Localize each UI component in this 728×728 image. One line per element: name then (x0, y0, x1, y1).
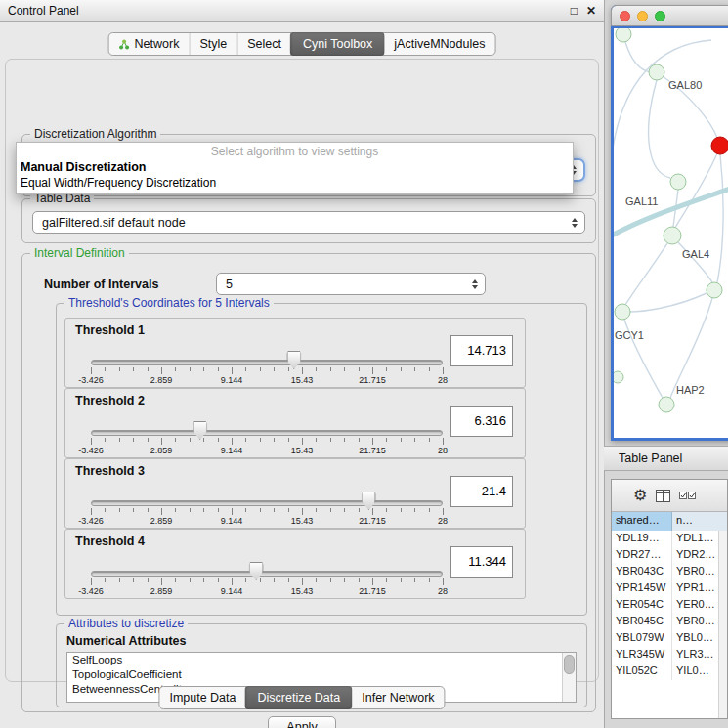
table-row[interactable]: YBR043CYBR0… (612, 564, 719, 580)
tab-style[interactable]: Style (189, 33, 236, 55)
threshold-slider[interactable]: -3.4262.8599.14415.4321.71528 (91, 354, 443, 385)
tab-impute-data[interactable]: Impute Data (159, 687, 245, 708)
table-row[interactable]: YPR145WYPR1… (612, 580, 719, 597)
zoom-traffic-light-icon[interactable] (655, 11, 665, 21)
select-columns-icon[interactable] (679, 492, 696, 499)
network-node[interactable] (616, 28, 631, 42)
table-cell[interactable]: YDR2… (672, 547, 719, 564)
table-scrollbar[interactable] (718, 531, 727, 718)
table-cell[interactable]: YBR0… (672, 564, 719, 580)
network-node[interactable] (664, 227, 681, 244)
list-scrollbar[interactable] (562, 653, 576, 702)
network-node[interactable] (670, 174, 686, 190)
tick-mark (414, 438, 415, 442)
threshold-value-field[interactable]: 14.713 (450, 335, 513, 366)
network-node[interactable] (659, 397, 674, 412)
network-node[interactable] (707, 282, 722, 298)
network-node[interactable] (649, 64, 664, 80)
tab-discretize-data[interactable]: Discretize Data (245, 686, 353, 709)
close-icon[interactable]: ✕ (586, 4, 596, 18)
network-edge[interactable] (717, 154, 723, 282)
table-panel-titlebar: Table Panel (604, 446, 728, 471)
table-cell[interactable]: YBL0… (672, 630, 719, 647)
settings-gear-icon[interactable]: ⚙ (633, 488, 647, 503)
tick-mark (105, 508, 106, 512)
table-cell[interactable]: YIL0… (672, 664, 719, 680)
threshold-value-field[interactable]: 11.344 (450, 546, 513, 578)
table-cell[interactable]: YER054C (612, 597, 672, 614)
table-cell[interactable]: YBR0… (672, 614, 719, 630)
close-traffic-light-icon[interactable] (620, 11, 630, 21)
table-row[interactable]: YIL052CYIL0… (612, 664, 719, 680)
network-edge[interactable] (675, 153, 717, 228)
column-header-name[interactable]: n… (672, 512, 727, 531)
columns-icon[interactable] (656, 490, 670, 502)
network-edge[interactable] (625, 42, 651, 72)
column-header-shared-name[interactable]: shared… (612, 512, 672, 531)
table-row[interactable]: YBL079WYBL0… (612, 630, 719, 647)
threshold-4-box: Threshold 4-3.4262.8599.14415.4321.71528… (64, 529, 526, 599)
slider-track[interactable] (91, 571, 443, 577)
table-row[interactable]: YER054CYER0… (612, 597, 719, 614)
tick-mark (232, 508, 233, 515)
tick-mark (302, 438, 303, 445)
apply-button[interactable]: Apply (268, 716, 336, 728)
tick-label: 15.43 (291, 516, 314, 526)
table-cell[interactable]: YLR345W (612, 647, 672, 664)
table-cell[interactable]: YPR145W (612, 580, 672, 597)
tick-mark (302, 508, 303, 515)
network-edge[interactable] (629, 293, 707, 312)
tab-infer-network[interactable]: Infer Network (351, 687, 444, 708)
table-cell[interactable]: YDR27… (612, 547, 672, 564)
network-node[interactable] (615, 304, 630, 320)
table-row[interactable]: YDL19…YDL1… (612, 531, 719, 547)
threshold-slider[interactable]: -3.4262.8599.14415.4321.71528 (91, 565, 443, 596)
number-of-intervals-combobox[interactable]: 5 (216, 273, 486, 295)
tick-mark (414, 578, 415, 582)
tab-network[interactable]: Network (109, 33, 190, 55)
network-node[interactable] (614, 371, 623, 383)
table-cell[interactable]: YPR1… (672, 580, 719, 597)
tab-jactivemnodules[interactable]: jActiveMNodules (383, 33, 494, 55)
network-node-selected[interactable] (711, 137, 728, 154)
slider-track[interactable] (91, 430, 443, 436)
table-row[interactable]: YDR27…YDR2… (612, 547, 719, 564)
node-label: GCY1 (615, 329, 644, 341)
tick-mark (203, 578, 204, 582)
table-cell[interactable]: YLR3… (672, 647, 719, 664)
table-cell[interactable]: YIL052C (612, 664, 672, 680)
slider-track[interactable] (91, 500, 443, 506)
table-row[interactable]: YLR345WYLR3… (612, 647, 719, 664)
table-row[interactable]: YBR045CYBR0… (612, 614, 719, 630)
threshold-value-field[interactable]: 21.4 (450, 476, 513, 507)
attribute-item[interactable]: TopologicalCoefficient (67, 667, 576, 682)
network-edge[interactable] (649, 80, 670, 178)
tab-select[interactable]: Select (236, 33, 291, 55)
tick-mark (245, 578, 246, 582)
network-canvas[interactable]: GAL80GAL11GAL4GCY1HAP2 (614, 28, 728, 438)
threshold-slider[interactable]: -3.4262.8599.14415.4321.71528 (91, 494, 443, 526)
threshold-value-field[interactable]: 6.316 (450, 406, 513, 437)
table-cell[interactable]: YBR045C (612, 614, 672, 630)
algorithm-placeholder-item: Select algorithm to view settings (17, 144, 573, 159)
scrollbar-thumb[interactable] (564, 655, 575, 674)
threshold-slider[interactable]: -3.4262.8599.14415.4321.71528 (91, 424, 443, 455)
attribute-item[interactable]: SelfLoops (67, 653, 576, 667)
tab-cyni-toolbox[interactable]: Cyni Toolbox (290, 32, 384, 56)
table-cell[interactable]: YER0… (672, 597, 719, 614)
table-data-combobox[interactable]: galFiltered.sif default node (32, 211, 585, 234)
table-cell[interactable]: YBR043C (612, 564, 672, 580)
tab-label: Select (247, 37, 281, 51)
minimize-traffic-light-icon[interactable] (637, 11, 648, 21)
table-cell[interactable]: YBL079W (612, 630, 672, 647)
network-edge[interactable] (614, 40, 711, 155)
algorithm-option[interactable]: Equal Width/Frequency Discretization (17, 175, 573, 191)
network-edge[interactable] (625, 243, 667, 305)
interval-definition-group: Interval Definition Number of Intervals … (21, 253, 596, 712)
table-cell[interactable]: YDL1… (672, 531, 719, 547)
table-cell[interactable]: YDL19… (612, 531, 672, 547)
algorithm-option[interactable]: Manual Discretization (17, 159, 573, 175)
slider-track[interactable] (91, 360, 443, 365)
network-edge[interactable] (670, 298, 712, 398)
float-window-icon[interactable]: □ (571, 4, 578, 18)
